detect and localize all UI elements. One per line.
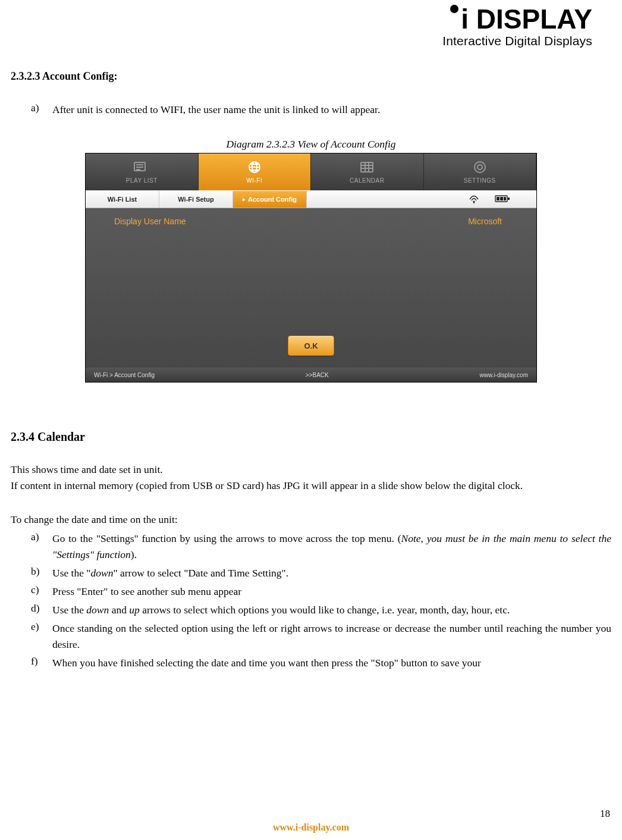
list-body: Use the down and up arrows to select whi… [52,602,611,618]
svg-rect-19 [508,198,510,200]
subtab-label: Account Config [248,196,297,203]
display-username-label: Display User Name [114,217,186,226]
svg-rect-21 [500,197,503,200]
subtab-account-config[interactable]: ▸Account Config [233,191,307,208]
list-marker: d) [31,602,52,618]
nav-calendar[interactable]: CALENDAR [311,153,424,190]
logo-subtitle: Interactive Digital Displays [442,34,592,48]
logo-main-text: i DISPLAY [461,4,592,35]
display-username-row: Display User Name Microsoft [86,217,536,226]
nav-label: CALENDAR [350,177,384,184]
nav-label: WI-FI [246,177,262,184]
logo: i DISPLAY Interactive Digital Displays [442,5,592,48]
list-body: When you have finished selecting the dat… [52,655,611,671]
gear-icon [470,160,490,174]
svg-rect-22 [504,197,506,200]
para-line2: If content in internal memory (copied fr… [11,479,523,491]
back-button[interactable]: >>BACK [155,372,480,378]
list-body: After unit is connected to WIFI, the use… [52,102,611,118]
subtab-wifi-list[interactable]: Wi-Fi List [86,191,159,208]
section-heading-calendar: 2.3.4 Calendar [11,430,611,444]
logo-dot-icon [450,5,458,13]
subtab-label: Wi-Fi List [108,196,137,203]
logo-main: i DISPLAY [442,5,592,33]
ok-button-label: O.K [304,341,318,350]
list-marker: e) [31,620,52,653]
footer-bar: Wi-Fi > Account Config >>BACK www.i-disp… [86,368,536,382]
svg-point-14 [478,165,482,170]
content-area: Display User Name Microsoft O.K [86,208,536,368]
list-item: a) After unit is connected to WIFI, the … [11,102,611,118]
wifi-signal-icon [469,194,479,205]
account-config-screenshot: PLAY LIST WI-FI CALENDAR SETTINGS Wi-Fi … [85,153,537,383]
footer-url: www.i-display.com [480,372,529,378]
steps-list: a) Go to the "Settings" function by usin… [11,531,611,672]
list-item: b) Use the "down" arrow to select "Date … [11,565,611,581]
para-line1: This shows time and date set in unit. [11,463,163,475]
list-marker: b) [31,565,52,581]
paragraph: This shows time and date set in unit. If… [11,462,611,494]
nav-wifi[interactable]: WI-FI [199,153,312,190]
list-item: e) Once standing on the selected option … [11,620,611,653]
intro-list: a) After unit is connected to WIFI, the … [11,102,611,118]
list-item: c) Press "Enter" to see another sub menu… [11,584,611,600]
nav-playlist[interactable]: PLAY LIST [86,153,199,190]
svg-rect-20 [497,197,500,200]
list-item: d) Use the down and up arrows to select … [11,602,611,618]
status-icons [469,194,536,205]
list-body: Press "Enter" to see another sub menu ap… [52,584,611,600]
list-item: f) When you have finished selecting the … [11,655,611,671]
top-nav: PLAY LIST WI-FI CALENDAR SETTINGS [86,153,536,190]
calendar-icon [357,160,377,174]
svg-rect-9 [361,162,373,172]
list-marker: f) [31,655,52,671]
sub-nav: Wi-Fi List Wi-Fi Setup ▸Account Config [86,190,536,208]
nav-settings[interactable]: SETTINGS [424,153,537,190]
page-footer-url: www.i-display.com [0,822,622,833]
section-heading-account-config: 2.3.2.3 Account Config: [11,70,611,83]
svg-point-15 [475,162,485,173]
page-number: 18 [600,808,610,820]
diagram-caption: Diagram 2.3.2.3 View of Account Config [11,138,611,151]
list-marker: c) [31,584,52,600]
list-body: Go to the "Settings" function by using t… [52,531,611,563]
globe-icon [244,160,265,174]
breadcrumb: Wi-Fi > Account Config [94,372,155,378]
nav-label: PLAY LIST [126,177,158,184]
subtab-label: Wi-Fi Setup [178,196,213,203]
nav-label: SETTINGS [464,177,496,184]
battery-icon [495,195,510,204]
list-marker: a) [31,531,52,563]
list-marker: a) [31,102,52,118]
list-body: Use the "down" arrow to select "Date and… [52,565,611,581]
subtab-wifi-setup[interactable]: Wi-Fi Setup [159,191,233,208]
display-username-value: Microsoft [468,217,502,226]
caret-right-icon: ▸ [243,196,246,202]
playlist-icon [131,160,152,174]
paragraph-intro-steps: To change the date and time on the unit: [11,512,611,528]
list-item: a) Go to the "Settings" function by usin… [11,531,611,563]
list-body: Once standing on the selected option usi… [52,620,611,653]
ok-button[interactable]: O.K [288,336,334,356]
